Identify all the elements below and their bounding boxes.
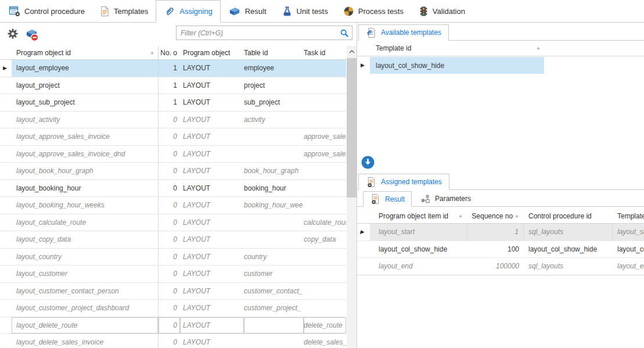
cell-no[interactable]: 0	[159, 214, 180, 231]
cell-program-object[interactable]: LAYOUT	[180, 283, 244, 300]
cell-program-object[interactable]: LAYOUT	[180, 94, 244, 111]
cell-table-id[interactable]: book_hour_graph	[244, 163, 304, 180]
subtab-result[interactable]: Result	[363, 191, 412, 207]
tab-assigned-templates[interactable]: Assigned templates	[358, 174, 449, 190]
cell-program-object[interactable]: LAYOUT	[180, 317, 244, 334]
cell-task-id[interactable]: approve_sales	[304, 146, 346, 163]
cell-template-id[interactable]: layout_end	[613, 258, 644, 275]
cell-program-object-id[interactable]: layout_calculate_route	[12, 214, 159, 231]
cell-program-object[interactable]: LAYOUT	[180, 180, 244, 197]
col-header-program-object-item-id[interactable]: Program object item id ▲	[370, 209, 467, 223]
table-row[interactable]: layout_calculate_route 0 LAYOUT calculat…	[0, 214, 346, 232]
cell-control-procedure-id[interactable]: sql_layouts	[524, 224, 613, 241]
cell-program-object-id[interactable]: layout_customer	[12, 266, 159, 282]
table-row[interactable]: layout_customer_contact_person 0 LAYOUT …	[0, 283, 346, 300]
cell-program-object-id[interactable]: layout_activity	[12, 112, 159, 128]
cell-template-id[interactable]: layout_start	[613, 224, 644, 241]
cell-table-id[interactable]: project	[244, 77, 304, 94]
cell-program-object-item-id[interactable]: layout_start	[370, 224, 467, 241]
table-row[interactable]: layout_activity 0 LAYOUT activity	[0, 112, 346, 129]
cell-no[interactable]: 0	[159, 283, 180, 300]
cell-program-object[interactable]: LAYOUT	[180, 128, 244, 145]
cell-table-id[interactable]: customer_contact_	[244, 283, 304, 300]
table-row[interactable]: ▶ layout_employee 1 LAYOUT employee	[0, 60, 346, 77]
cell-program-object[interactable]: LAYOUT	[180, 300, 244, 317]
table-row[interactable]: layout_end 100000 sql_layouts layout_end	[357, 258, 644, 275]
cell-no[interactable]: 0	[159, 163, 180, 180]
cell-sequence-no[interactable]: 100	[467, 241, 524, 258]
cell-no[interactable]: 1	[159, 77, 180, 94]
col-header-task-id[interactable]: Task id	[304, 46, 346, 59]
cell-table-id[interactable]	[244, 231, 304, 248]
tab-unit-tests[interactable]: Unit tests	[274, 0, 336, 22]
available-template-row[interactable]: ▶ layout_col_show_hide	[357, 57, 644, 74]
tab-available-templates[interactable]: Available templates	[358, 24, 449, 41]
table-row[interactable]: layout_booking_hour_weeks 0 LAYOUT booki…	[0, 197, 346, 214]
cell-table-id[interactable]: activity	[244, 112, 304, 128]
cell-table-id[interactable]	[244, 146, 304, 163]
table-row[interactable]: layout_country 0 LAYOUT country	[0, 249, 346, 266]
cell-task-id[interactable]: delete_sales_i	[304, 334, 346, 348]
cell-task-id[interactable]	[304, 163, 346, 180]
cell-program-object[interactable]: LAYOUT	[180, 197, 244, 214]
cell-program-object[interactable]: LAYOUT	[180, 77, 244, 94]
cell-table-id[interactable]	[244, 334, 304, 348]
cell-program-object[interactable]: LAYOUT	[180, 231, 244, 248]
cell-control-procedure-id[interactable]: layout_col_show_hide	[524, 241, 613, 258]
cell-program-object[interactable]: LAYOUT	[180, 60, 244, 77]
table-row[interactable]: layout_sub_project 1 LAYOUT sub_project	[0, 94, 346, 112]
cell-table-id[interactable]: customer	[244, 266, 304, 282]
assign-template-button[interactable]	[361, 156, 375, 169]
cell-program-object-id[interactable]: layout_customer_contact_person	[12, 283, 159, 300]
col-header-sequence-no[interactable]: Sequence no ▲	[467, 209, 524, 223]
vertical-scrollbar[interactable]	[347, 46, 357, 348]
cell-task-id[interactable]	[304, 197, 346, 214]
col-header-no[interactable]: No. o	[159, 46, 180, 59]
cell-sequence-no[interactable]: 1	[467, 224, 524, 241]
tab-process-tests[interactable]: Process tests	[336, 0, 411, 22]
col-header-table-id[interactable]: Table id	[244, 46, 304, 59]
tab-control-procedure[interactable]: Control procedure	[1, 0, 92, 22]
cell-no[interactable]: 0	[159, 231, 180, 248]
cell-table-id[interactable]: employee	[244, 60, 304, 77]
cell-program-object-id[interactable]: layout_employee	[12, 60, 159, 77]
cell-no[interactable]: 0	[159, 146, 180, 163]
cell-table-id[interactable]: country	[244, 249, 304, 266]
cell-task-id[interactable]: copy_data	[304, 231, 346, 248]
cell-template-id[interactable]: layout_col_show_hide	[370, 57, 544, 74]
cell-sequence-no[interactable]: 100000	[467, 258, 524, 275]
cell-task-id[interactable]	[304, 283, 346, 300]
cell-task-id[interactable]: calculate_rout	[304, 214, 346, 231]
cell-task-id[interactable]	[304, 249, 346, 266]
cell-task-id[interactable]: approve_sales	[304, 128, 346, 145]
tab-templates[interactable]: Templates	[92, 0, 156, 22]
cell-no[interactable]: 0	[159, 317, 180, 334]
cell-table-id[interactable]: booking_hour	[244, 180, 304, 197]
cell-task-id[interactable]	[304, 180, 346, 197]
col-header-template-id[interactable]: Template id	[613, 209, 644, 223]
cell-template-id[interactable]: layout_col_show_hide	[613, 241, 644, 258]
tab-assigning[interactable]: Assigning	[156, 0, 220, 23]
cell-task-id[interactable]	[304, 77, 346, 94]
cell-program-object[interactable]: LAYOUT	[180, 163, 244, 180]
cell-no[interactable]: 1	[159, 94, 180, 111]
cell-no[interactable]: 0	[159, 180, 180, 197]
cell-program-object[interactable]: LAYOUT	[180, 266, 244, 282]
cell-task-id[interactable]	[304, 60, 346, 77]
cell-table-id[interactable]: sub_project	[244, 94, 304, 111]
cell-program-object-id[interactable]: layout_customer_project_dashboard	[12, 300, 159, 317]
table-row[interactable]: layout_customer 0 LAYOUT customer	[0, 266, 346, 283]
table-row[interactable]: layout_book_hour_graph 0 LAYOUT book_hou…	[0, 163, 346, 180]
cell-program-object[interactable]: LAYOUT	[180, 334, 244, 348]
cell-no[interactable]: 0	[159, 334, 180, 348]
cell-table-id[interactable]: customer_project_	[244, 300, 304, 317]
cell-task-id[interactable]: delete_route	[304, 317, 346, 334]
table-row[interactable]: layout_project 1 LAYOUT project	[0, 77, 346, 95]
cell-program-object-id[interactable]: layout_copy_data	[12, 231, 159, 248]
cell-program-object-id[interactable]: layout_delete_route	[12, 317, 159, 334]
cell-task-id[interactable]	[304, 300, 346, 317]
cell-program-object[interactable]: LAYOUT	[180, 112, 244, 128]
cell-program-object[interactable]: LAYOUT	[180, 249, 244, 266]
cell-program-object-id[interactable]: layout_booking_hour	[12, 180, 159, 197]
table-row[interactable]: layout_copy_data 0 LAYOUT copy_data	[0, 231, 346, 249]
